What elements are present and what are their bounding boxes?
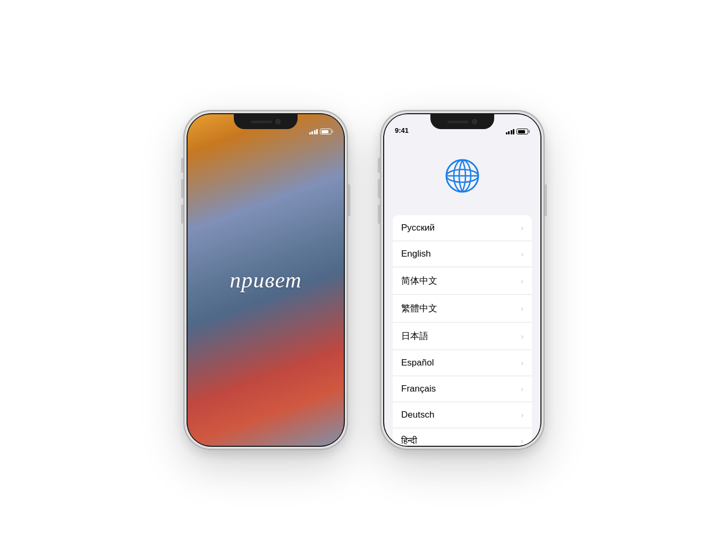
chevron-icon-spanish: ›: [521, 359, 523, 367]
greeting-text: привет: [230, 267, 302, 293]
time-right: 9:41: [395, 126, 409, 134]
language-name-french: Français: [401, 384, 436, 394]
language-name-hindi: हिन्दी: [401, 436, 417, 446]
chevron-icon-english: ›: [521, 250, 523, 258]
chevron-icon-hindi: ›: [521, 437, 523, 445]
speaker-right: [447, 121, 469, 123]
language-item-spanish[interactable]: Español›: [393, 350, 532, 376]
chevron-icon-russian: ›: [521, 224, 523, 232]
globe-area: [384, 146, 540, 195]
volume-up-button-right[interactable]: [378, 179, 380, 198]
language-item-hindi[interactable]: हिन्दी›: [393, 428, 532, 446]
volume-up-button[interactable]: [181, 179, 183, 198]
battery-icon-right: [517, 129, 530, 134]
notch-right: [430, 114, 494, 129]
language-item-japanese[interactable]: 日本語›: [393, 323, 532, 350]
language-item-simplified-chinese[interactable]: 简体中文›: [393, 267, 532, 295]
chevron-icon-german: ›: [521, 411, 523, 419]
right-phone: 9:41: [380, 110, 545, 450]
camera-right: [472, 119, 477, 124]
language-name-russian: Русский: [401, 223, 435, 233]
language-item-traditional-chinese[interactable]: 繁體中文›: [393, 295, 532, 323]
speaker: [251, 121, 272, 123]
signal-icon: [309, 129, 318, 134]
language-item-english[interactable]: English›: [393, 241, 532, 267]
left-phone: 9:41 привет: [183, 110, 348, 450]
status-icons-left: [309, 129, 334, 134]
chevron-icon-french: ›: [521, 385, 523, 393]
silent-button[interactable]: [181, 158, 183, 173]
chevron-icon-japanese: ›: [521, 332, 523, 341]
volume-down-button[interactable]: [181, 205, 183, 224]
chevron-icon-simplified-chinese: ›: [521, 277, 523, 285]
chevron-icon-traditional-chinese: ›: [521, 304, 523, 313]
language-list: Русский›English›简体中文›繁體中文›日本語›Español›Fr…: [393, 215, 532, 446]
volume-down-button-right[interactable]: [378, 205, 380, 224]
status-icons-right: [506, 129, 530, 134]
language-name-japanese: 日本語: [401, 330, 428, 342]
battery-icon: [320, 129, 333, 134]
language-item-russian[interactable]: Русский›: [393, 215, 532, 241]
language-name-english: English: [401, 249, 431, 259]
language-item-german[interactable]: Deutsch›: [393, 402, 532, 428]
language-name-simplified-chinese: 简体中文: [401, 275, 437, 287]
signal-icon-right: [506, 129, 515, 134]
right-phone-screen: 9:41: [384, 114, 540, 446]
globe-icon: [443, 157, 481, 195]
language-name-german: Deutsch: [401, 410, 434, 420]
language-name-spanish: Español: [401, 358, 434, 368]
notch-left: [234, 114, 298, 129]
camera: [275, 119, 281, 124]
language-item-french[interactable]: Français›: [393, 376, 532, 402]
power-button-right[interactable]: [545, 184, 547, 216]
language-name-traditional-chinese: 繁體中文: [401, 302, 437, 315]
power-button[interactable]: [348, 184, 350, 216]
silent-button-right[interactable]: [378, 158, 380, 173]
left-phone-screen: 9:41 привет: [188, 114, 344, 446]
